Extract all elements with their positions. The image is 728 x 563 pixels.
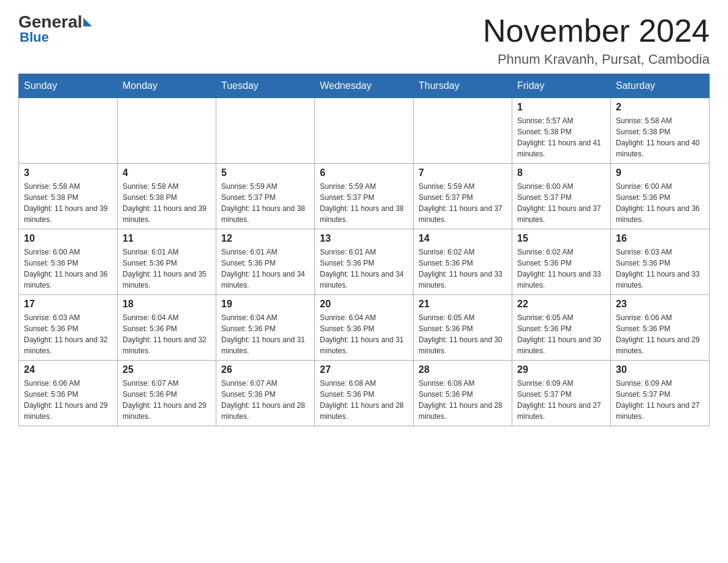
day-number: 1 bbox=[517, 102, 605, 113]
day-info: Sunrise: 6:09 AMSunset: 5:37 PMDaylight:… bbox=[517, 378, 605, 422]
column-header-saturday: Saturday bbox=[611, 74, 710, 98]
day-number: 27 bbox=[320, 364, 408, 375]
day-info: Sunrise: 6:08 AMSunset: 5:36 PMDaylight:… bbox=[419, 378, 507, 422]
day-info: Sunrise: 6:02 AMSunset: 5:36 PMDaylight:… bbox=[419, 247, 507, 291]
day-number: 4 bbox=[123, 167, 211, 178]
column-header-thursday: Thursday bbox=[414, 74, 512, 98]
day-cell: 16Sunrise: 6:03 AMSunset: 5:36 PMDayligh… bbox=[611, 229, 710, 295]
day-info: Sunrise: 6:01 AMSunset: 5:36 PMDaylight:… bbox=[221, 247, 309, 291]
day-cell: 21Sunrise: 6:05 AMSunset: 5:36 PMDayligh… bbox=[414, 295, 512, 361]
day-cell: 1Sunrise: 5:57 AMSunset: 5:38 PMDaylight… bbox=[512, 98, 611, 164]
day-info: Sunrise: 5:59 AMSunset: 5:37 PMDaylight:… bbox=[221, 181, 309, 225]
day-info: Sunrise: 5:58 AMSunset: 5:38 PMDaylight:… bbox=[123, 181, 211, 225]
week-row-2: 3Sunrise: 5:58 AMSunset: 5:38 PMDaylight… bbox=[19, 164, 710, 229]
day-info: Sunrise: 6:04 AMSunset: 5:36 PMDaylight:… bbox=[320, 312, 408, 356]
day-cell: 23Sunrise: 6:06 AMSunset: 5:36 PMDayligh… bbox=[611, 295, 710, 361]
day-number: 17 bbox=[24, 299, 112, 310]
day-cell: 6Sunrise: 5:59 AMSunset: 5:37 PMDaylight… bbox=[315, 164, 414, 229]
day-cell: 13Sunrise: 6:01 AMSunset: 5:36 PMDayligh… bbox=[315, 229, 414, 295]
day-cell: 4Sunrise: 5:58 AMSunset: 5:38 PMDaylight… bbox=[118, 164, 216, 229]
day-cell: 22Sunrise: 6:05 AMSunset: 5:36 PMDayligh… bbox=[512, 295, 611, 361]
day-info: Sunrise: 6:06 AMSunset: 5:36 PMDaylight:… bbox=[24, 378, 112, 422]
column-header-friday: Friday bbox=[512, 74, 611, 98]
day-cell: 30Sunrise: 6:09 AMSunset: 5:37 PMDayligh… bbox=[611, 361, 710, 426]
day-cell: 12Sunrise: 6:01 AMSunset: 5:36 PMDayligh… bbox=[216, 229, 315, 295]
month-title: November 2024 bbox=[483, 12, 710, 49]
day-cell: 11Sunrise: 6:01 AMSunset: 5:36 PMDayligh… bbox=[118, 229, 216, 295]
week-row-3: 10Sunrise: 6:00 AMSunset: 5:36 PMDayligh… bbox=[19, 229, 710, 295]
day-cell bbox=[19, 98, 118, 164]
day-cell: 20Sunrise: 6:04 AMSunset: 5:36 PMDayligh… bbox=[315, 295, 414, 361]
day-number: 12 bbox=[221, 233, 309, 244]
day-number: 26 bbox=[221, 364, 309, 375]
day-cell bbox=[414, 98, 512, 164]
day-number: 21 bbox=[419, 299, 507, 310]
day-info: Sunrise: 5:58 AMSunset: 5:38 PMDaylight:… bbox=[616, 115, 704, 159]
day-cell: 9Sunrise: 6:00 AMSunset: 5:36 PMDaylight… bbox=[611, 164, 710, 229]
day-cell: 14Sunrise: 6:02 AMSunset: 5:36 PMDayligh… bbox=[414, 229, 512, 295]
day-info: Sunrise: 6:00 AMSunset: 5:36 PMDaylight:… bbox=[616, 181, 704, 225]
day-info: Sunrise: 5:59 AMSunset: 5:37 PMDaylight:… bbox=[320, 181, 408, 225]
day-cell: 7Sunrise: 5:59 AMSunset: 5:37 PMDaylight… bbox=[414, 164, 512, 229]
day-cell: 19Sunrise: 6:04 AMSunset: 5:36 PMDayligh… bbox=[216, 295, 315, 361]
day-info: Sunrise: 6:03 AMSunset: 5:36 PMDaylight:… bbox=[616, 247, 704, 291]
location-title: Phnum Kravanh, Pursat, Cambodia bbox=[483, 52, 710, 67]
column-header-sunday: Sunday bbox=[19, 74, 118, 98]
day-cell bbox=[118, 98, 216, 164]
day-cell: 5Sunrise: 5:59 AMSunset: 5:37 PMDaylight… bbox=[216, 164, 315, 229]
day-cell: 27Sunrise: 6:08 AMSunset: 5:36 PMDayligh… bbox=[315, 361, 414, 426]
day-number: 29 bbox=[517, 364, 605, 375]
day-number: 8 bbox=[517, 167, 605, 178]
day-number: 22 bbox=[517, 299, 605, 310]
day-number: 11 bbox=[123, 233, 211, 244]
day-cell: 28Sunrise: 6:08 AMSunset: 5:36 PMDayligh… bbox=[414, 361, 512, 426]
week-row-5: 24Sunrise: 6:06 AMSunset: 5:36 PMDayligh… bbox=[19, 361, 710, 426]
column-header-monday: Monday bbox=[118, 74, 216, 98]
day-info: Sunrise: 6:03 AMSunset: 5:36 PMDaylight:… bbox=[24, 312, 112, 356]
day-number: 7 bbox=[419, 167, 507, 178]
day-cell bbox=[315, 98, 414, 164]
day-number: 2 bbox=[616, 102, 704, 113]
day-info: Sunrise: 6:09 AMSunset: 5:37 PMDaylight:… bbox=[616, 378, 704, 422]
logo: General Blue bbox=[18, 12, 92, 45]
day-info: Sunrise: 5:58 AMSunset: 5:38 PMDaylight:… bbox=[24, 181, 112, 225]
day-cell: 3Sunrise: 5:58 AMSunset: 5:38 PMDaylight… bbox=[19, 164, 118, 229]
day-info: Sunrise: 6:05 AMSunset: 5:36 PMDaylight:… bbox=[517, 312, 605, 356]
day-number: 28 bbox=[419, 364, 507, 375]
day-number: 3 bbox=[24, 167, 112, 178]
day-number: 10 bbox=[24, 233, 112, 244]
day-number: 6 bbox=[320, 167, 408, 178]
column-header-tuesday: Tuesday bbox=[216, 74, 315, 98]
day-cell: 8Sunrise: 6:00 AMSunset: 5:37 PMDaylight… bbox=[512, 164, 611, 229]
day-number: 15 bbox=[517, 233, 605, 244]
logo-triangle-icon bbox=[83, 18, 92, 26]
day-cell: 29Sunrise: 6:09 AMSunset: 5:37 PMDayligh… bbox=[512, 361, 611, 426]
page-header: General Blue November 2024 Phnum Kravanh… bbox=[18, 12, 710, 67]
day-number: 13 bbox=[320, 233, 408, 244]
day-cell: 17Sunrise: 6:03 AMSunset: 5:36 PMDayligh… bbox=[19, 295, 118, 361]
day-cell: 25Sunrise: 6:07 AMSunset: 5:36 PMDayligh… bbox=[118, 361, 216, 426]
title-area: November 2024 Phnum Kravanh, Pursat, Cam… bbox=[483, 12, 710, 67]
day-number: 9 bbox=[616, 167, 704, 178]
day-info: Sunrise: 6:04 AMSunset: 5:36 PMDaylight:… bbox=[221, 312, 309, 356]
day-info: Sunrise: 6:02 AMSunset: 5:36 PMDaylight:… bbox=[517, 247, 605, 291]
day-number: 20 bbox=[320, 299, 408, 310]
day-cell: 26Sunrise: 6:07 AMSunset: 5:36 PMDayligh… bbox=[216, 361, 315, 426]
day-cell: 18Sunrise: 6:04 AMSunset: 5:36 PMDayligh… bbox=[118, 295, 216, 361]
day-info: Sunrise: 5:59 AMSunset: 5:37 PMDaylight:… bbox=[419, 181, 507, 225]
header-row: SundayMondayTuesdayWednesdayThursdayFrid… bbox=[19, 74, 710, 98]
day-number: 14 bbox=[419, 233, 507, 244]
day-info: Sunrise: 6:00 AMSunset: 5:37 PMDaylight:… bbox=[517, 181, 605, 225]
day-number: 30 bbox=[616, 364, 704, 375]
logo-blue-label: Blue bbox=[20, 29, 49, 45]
day-number: 24 bbox=[24, 364, 112, 375]
day-number: 18 bbox=[123, 299, 211, 310]
day-info: Sunrise: 6:06 AMSunset: 5:36 PMDaylight:… bbox=[616, 312, 704, 356]
day-cell: 15Sunrise: 6:02 AMSunset: 5:36 PMDayligh… bbox=[512, 229, 611, 295]
day-number: 25 bbox=[123, 364, 211, 375]
day-number: 16 bbox=[616, 233, 704, 244]
day-cell: 2Sunrise: 5:58 AMSunset: 5:38 PMDaylight… bbox=[611, 98, 710, 164]
day-info: Sunrise: 5:57 AMSunset: 5:38 PMDaylight:… bbox=[517, 115, 605, 159]
day-info: Sunrise: 6:01 AMSunset: 5:36 PMDaylight:… bbox=[123, 247, 211, 291]
calendar-table: SundayMondayTuesdayWednesdayThursdayFrid… bbox=[18, 74, 710, 426]
